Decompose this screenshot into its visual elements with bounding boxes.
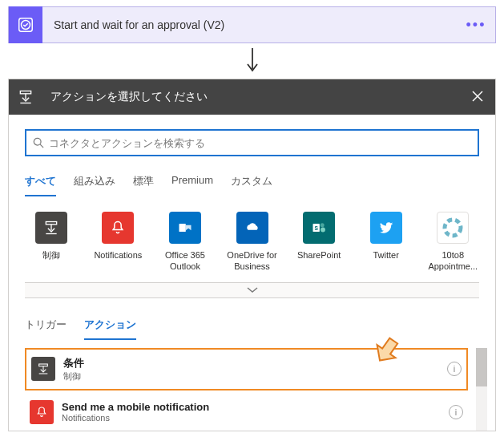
search-input[interactable] — [44, 137, 471, 149]
info-icon[interactable]: i — [449, 405, 463, 419]
filter-tabs: すべて 組み込み 標準 Premium カスタム — [25, 169, 479, 197]
approval-step-title: Start and wait for an approval (V2) — [42, 18, 457, 31]
picker-header: アクションを選択してください — [9, 79, 495, 115]
svg-point-16 — [321, 223, 325, 227]
svg-rect-13 — [179, 224, 185, 232]
action-mobile-notification[interactable]: Send me a mobile notification Notificati… — [25, 394, 468, 431]
highlighted-action: 条件 制御 i — [25, 348, 468, 390]
connector-sharepoint[interactable]: S SharePoint — [292, 212, 345, 273]
connector-office365-outlook[interactable]: Office 365 Outlook — [159, 212, 212, 273]
sub-tab-actions[interactable]: アクション — [84, 314, 136, 340]
action-title: Send me a mobile notification — [62, 401, 209, 413]
sub-tabs: トリガー アクション — [25, 314, 479, 340]
info-icon[interactable]: i — [447, 362, 462, 376]
connector-grid: 制御 Notifications Office 365 Outlook — [25, 212, 479, 282]
connector-notifications[interactable]: Notifications — [92, 212, 145, 273]
svg-rect-10 — [46, 222, 56, 225]
connector-10to8[interactable]: 10to8 Appointme... — [426, 212, 479, 273]
action-condition[interactable]: 条件 制御 i — [26, 350, 466, 389]
search-box[interactable] — [25, 129, 479, 156]
flow-arrow-icon — [8, 43, 496, 79]
svg-rect-3 — [20, 91, 30, 94]
svg-line-9 — [40, 144, 43, 148]
connector-control[interactable]: 制御 — [25, 212, 78, 273]
svg-point-18 — [445, 220, 461, 236]
filter-tab-premium[interactable]: Premium — [171, 169, 213, 196]
connector-twitter[interactable]: Twitter — [360, 212, 413, 273]
close-icon[interactable] — [460, 91, 495, 104]
filter-tab-all[interactable]: すべて — [25, 169, 56, 196]
approval-step-card[interactable]: Start and wait for an approval (V2) ••• — [8, 6, 496, 43]
action-title: 条件 — [63, 356, 84, 370]
picker-header-icon — [9, 79, 42, 115]
svg-rect-19 — [39, 364, 48, 366]
actions-list: 条件 制御 i Send me a mobile notification No… — [25, 348, 487, 431]
filter-tab-builtin[interactable]: 組み込み — [74, 169, 115, 196]
approval-icon — [9, 6, 42, 43]
sub-tab-triggers[interactable]: トリガー — [25, 314, 67, 340]
picker-title: アクションを選択してください — [42, 90, 460, 104]
svg-point-17 — [321, 228, 325, 233]
search-icon — [33, 137, 44, 148]
actions-scrollbar[interactable] — [476, 348, 487, 431]
svg-point-8 — [34, 138, 41, 145]
action-subtitle: 制御 — [63, 370, 84, 382]
expand-connectors-bar[interactable] — [25, 282, 479, 298]
filter-tab-custom[interactable]: カスタム — [231, 169, 272, 196]
action-picker-panel: アクションを選択してください すべて 組み込み 標準 Premium カスタム — [8, 79, 496, 431]
filter-tab-standard[interactable]: 標準 — [133, 169, 154, 196]
chevron-down-icon — [247, 287, 258, 293]
svg-text:S: S — [315, 225, 319, 231]
step-more-menu[interactable]: ••• — [457, 17, 495, 34]
action-subtitle: Notifications — [62, 413, 209, 423]
connector-onedrive-business[interactable]: OneDrive for Business — [226, 212, 279, 273]
